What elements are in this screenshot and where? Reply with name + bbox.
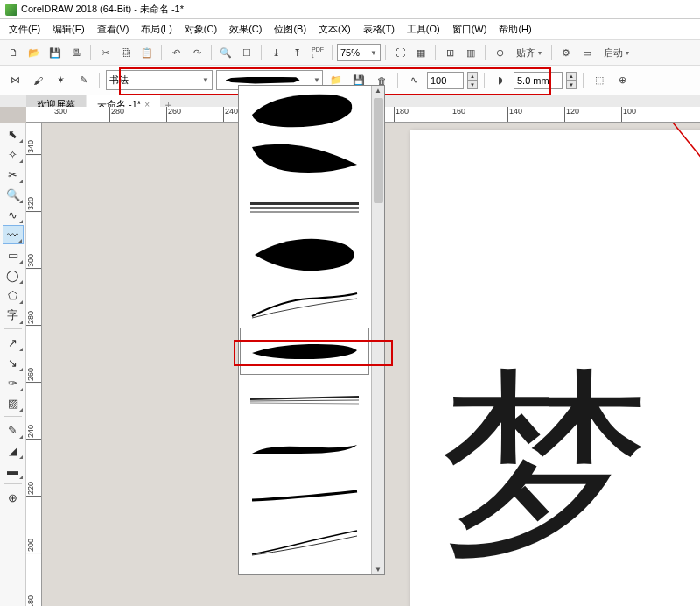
ruler-tick: 200 [26, 539, 42, 553]
options-button[interactable]: ⚙ [556, 43, 576, 62]
ruler-tick: 240 [223, 107, 238, 123]
print-button[interactable]: 🖶 [66, 43, 86, 62]
brushstroke-option-10[interactable] [240, 520, 369, 567]
ruler-tick: 160 [451, 107, 466, 123]
zoom-tool[interactable]: 🔍 [3, 185, 24, 204]
paste-button[interactable]: 📋 [137, 43, 157, 62]
brushstroke-option-5[interactable] [240, 279, 369, 327]
toolbox-separator [4, 483, 22, 484]
undo-button[interactable]: ↶ [166, 43, 186, 62]
interactive-fill-tool[interactable]: ✎ [3, 420, 24, 440]
scrollbar-thumb[interactable] [374, 98, 383, 203]
width-spinner[interactable]: ▲▼ [566, 72, 577, 89]
fullscreen-button[interactable]: ⛶ [390, 43, 410, 62]
ruler-tick: 340 [26, 140, 42, 155]
menu-tools[interactable]: 工具(O) [402, 21, 445, 38]
crop-tool[interactable]: ✂ [3, 165, 24, 184]
add-button[interactable]: ⊕ [612, 71, 632, 90]
ruler-tick: 100 [621, 107, 636, 123]
brushstroke-option-11[interactable] [240, 568, 369, 574]
separator [583, 73, 584, 88]
brushstroke-option-8[interactable] [240, 424, 369, 471]
calligraphic-tool-icon[interactable]: ✎ [74, 71, 93, 90]
stroke-width-input[interactable]: 5.0 mm [514, 72, 563, 89]
menu-help[interactable]: 帮助(H) [494, 21, 536, 38]
smoothing-spinner[interactable]: ▲▼ [467, 72, 478, 89]
grid-button[interactable]: ⊞ [440, 43, 459, 62]
menu-bitmap[interactable]: 位图(B) [269, 21, 312, 38]
freehand-smoothing-input[interactable]: 100 [427, 72, 464, 89]
guidelines-button[interactable]: ▥ [461, 43, 480, 62]
separator [332, 45, 332, 60]
menu-layout[interactable]: 布局(L) [136, 21, 177, 38]
separator [435, 45, 436, 60]
pick-tool[interactable]: ⬉ [3, 124, 24, 144]
annotation-arrow [650, 123, 700, 340]
cut-button[interactable]: ✂ [95, 43, 115, 62]
rulers-button[interactable]: ▦ [411, 43, 430, 62]
text-tool[interactable]: 字 [3, 306, 24, 325]
search-button[interactable]: 🔍 [216, 43, 235, 62]
ruler-tick: 220 [26, 482, 42, 497]
menu-edit[interactable]: 编辑(E) [47, 21, 90, 38]
launch-label: 启动 [604, 46, 623, 60]
preset-tool-icon[interactable]: ⋈ [5, 71, 24, 90]
new-button[interactable]: 🗋 [4, 43, 23, 62]
brush-category-select[interactable]: 书法 ▼ [106, 70, 213, 90]
ruler-tick: 320 [26, 197, 42, 212]
chevron-down-icon: ▼ [313, 76, 320, 84]
menu-view[interactable]: 查看(V) [92, 21, 135, 38]
brushstroke-option-2[interactable] [240, 135, 369, 182]
transparency-tool[interactable]: ▨ [3, 393, 24, 412]
separator [261, 45, 262, 60]
freehand-tool[interactable]: ∿ [3, 205, 24, 224]
bounding-box-button[interactable]: ⬚ [590, 71, 609, 90]
menu-text[interactable]: 文本(X) [313, 21, 356, 38]
ruler-tick: 280 [26, 311, 42, 326]
tray-button[interactable]: ☐ [237, 43, 256, 62]
smart-fill-tool[interactable]: ◢ [3, 440, 24, 460]
rectangle-tool[interactable]: ▭ [3, 245, 24, 264]
dimension-tool[interactable]: ↗ [3, 333, 24, 352]
menubar: 文件(F) 编辑(E) 查看(V) 布局(L) 对象(C) 效果(C) 位图(B… [0, 19, 700, 40]
snap-to-button[interactable]: 贴齐▾ [511, 43, 547, 62]
menu-effects[interactable]: 效果(C) [224, 21, 267, 38]
ellipse-tool[interactable]: ◯ [3, 265, 24, 285]
save-button[interactable]: 💾 [46, 43, 65, 62]
artistic-media-tool[interactable]: 〰 [3, 225, 24, 244]
quick-customize-button[interactable]: ⊕ [3, 488, 24, 507]
brush-tool-icon[interactable]: 🖌 [28, 71, 47, 90]
standard-toolbar: 🗋 📂 💾 🖶 ✂ ⿻ 📋 ↶ ↷ 🔍 ☐ ⤓ ⤒ PDF↓ 75%▼ ⛶ ▦ … [0, 40, 700, 66]
launch-button[interactable]: 启动▾ [598, 43, 634, 62]
svg-rect-2 [250, 202, 359, 205]
import-button[interactable]: ⤓ [266, 43, 285, 62]
connector-tool[interactable]: ↘ [3, 353, 24, 372]
sprayer-tool-icon[interactable]: ✶ [51, 71, 70, 90]
addon-button[interactable]: ▭ [578, 43, 597, 62]
menu-file[interactable]: 文件(F) [4, 21, 46, 38]
ruler-vertical[interactable]: 340 320 300 280 260 240 220 200 180 [26, 123, 42, 606]
brushstroke-option-6[interactable] [240, 328, 369, 375]
zoom-level[interactable]: 75%▼ [337, 44, 381, 61]
separator [211, 45, 212, 60]
brushstroke-option-1[interactable] [240, 87, 369, 134]
separator [484, 73, 485, 88]
brushstroke-option-9[interactable] [240, 472, 369, 519]
pdf-button[interactable]: PDF↓ [308, 43, 327, 62]
menu-table[interactable]: 表格(T) [358, 21, 400, 38]
shape-tool[interactable]: ✧ [3, 144, 24, 164]
snap-button[interactable]: ⊙ [490, 43, 509, 62]
polygon-tool[interactable]: ⬠ [3, 285, 24, 305]
drop-shadow-tool[interactable]: ▬ [3, 461, 24, 480]
redo-button[interactable]: ↷ [187, 43, 206, 62]
copy-button[interactable]: ⿻ [116, 43, 136, 62]
eyedropper-tool[interactable]: ✑ [3, 373, 24, 392]
brushstroke-option-7[interactable] [240, 376, 369, 423]
export-button[interactable]: ⤒ [287, 43, 306, 62]
menu-object[interactable]: 对象(C) [179, 21, 222, 38]
brushstroke-option-4[interactable] [240, 231, 369, 278]
dropdown-scrollbar[interactable]: ▲ ▼ [371, 86, 384, 574]
open-button[interactable]: 📂 [24, 43, 44, 62]
menu-window[interactable]: 窗口(W) [447, 21, 493, 38]
brushstroke-option-3[interactable] [240, 183, 369, 230]
